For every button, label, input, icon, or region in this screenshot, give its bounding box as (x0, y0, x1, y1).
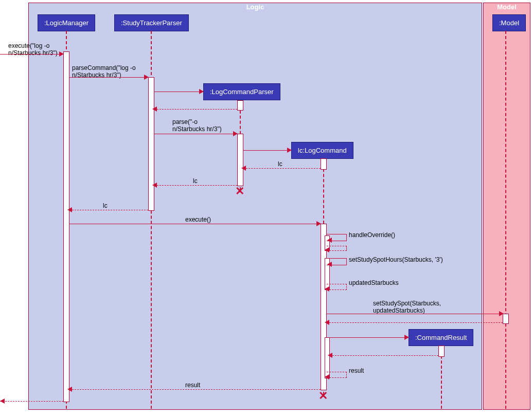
arrow-create-lcp (154, 92, 203, 92)
msg-updated-starbucks: updatedStarbucks (349, 279, 399, 286)
activation-lcp-2 (237, 134, 243, 186)
arrow-parse-command (69, 77, 148, 78)
activation-command-result (438, 346, 445, 357)
activation-study-tracker-parser (148, 77, 154, 211)
arrow-ret-lc1 (243, 168, 321, 169)
arrow-ret-model (327, 322, 503, 323)
arrow-ret-lcp (154, 109, 237, 110)
arrow-parse (154, 134, 237, 134)
msg-handle-override: handleOverride() (349, 231, 395, 239)
arrowhead (325, 374, 329, 379)
arrow-ret-lc2 (154, 185, 237, 186)
loop-handle-override-ret (327, 246, 347, 251)
msg-set-study-spot: setStudySpot(Starbucks, updatedStarbucks… (373, 300, 441, 314)
arrow-execute1 (0, 54, 63, 55)
arrowhead (199, 89, 204, 94)
participant-study-tracker-parser: :StudyTrackerParser (114, 14, 189, 31)
loop-result-ret (327, 372, 347, 378)
activation-lcp-1 (237, 100, 243, 111)
arrowhead (67, 207, 72, 212)
arrowhead (325, 286, 329, 292)
msg-result2: result (185, 382, 200, 389)
loop-updated-ret (327, 284, 347, 290)
participant-model: :Model (492, 14, 526, 31)
arrow-create-cr (330, 337, 408, 338)
arrowhead (404, 335, 409, 340)
arrow-ret-result2 (69, 389, 321, 390)
arrowhead (327, 262, 332, 267)
arrow-execute2 (69, 224, 321, 224)
arrowhead (233, 131, 238, 136)
model-frame-title: Model (497, 3, 517, 11)
msg-lc3: lc (103, 202, 108, 209)
arrow-ret-lc3 (69, 210, 148, 210)
arrow-create-lc (243, 150, 291, 151)
activation-logic-manager (63, 51, 69, 402)
arrow-ret-cr (330, 355, 438, 356)
arrow-set-study-spot (327, 314, 503, 314)
msg-parse: parse("-o n/Starbucks hr/3") (172, 118, 222, 133)
msg-parse-command: parseCommand("log -o n/Starbucks hr/3") (72, 64, 136, 79)
arrowhead (328, 353, 332, 358)
participant-log-command-parser: :LogCommandParser (203, 83, 280, 100)
arrowhead (287, 148, 292, 153)
destroy-lc: ✕ (318, 391, 328, 401)
arrowhead (144, 75, 149, 80)
arrowhead (241, 166, 246, 171)
sequence-diagram: Logic Model :LogicManager :StudyTrackerP… (0, 0, 532, 417)
destroy-lcp: ✕ (235, 186, 245, 196)
participant-log-command: lc:LogCommand (291, 142, 353, 159)
msg-result1: result (349, 367, 364, 374)
arrowhead (0, 398, 5, 404)
arrow-ret-external (0, 401, 63, 402)
msg-execute2: execute() (185, 216, 211, 223)
arrowhead (316, 221, 321, 226)
msg-set-hours: setStudySpotHours(Starbucks, '3') (349, 256, 443, 263)
lifeline-model (505, 31, 506, 409)
arrowhead (152, 183, 157, 188)
logic-frame: Logic (28, 3, 482, 410)
arrowhead (327, 238, 332, 243)
arrowhead (325, 320, 329, 325)
participant-command-result: :CommandResult (409, 329, 473, 346)
arrowhead (59, 51, 64, 57)
logic-frame-title: Logic (246, 3, 264, 11)
msg-lc2: lc (193, 177, 198, 185)
participant-logic-manager: :LogicManager (38, 14, 95, 31)
arrowhead (325, 247, 329, 252)
arrowhead (67, 387, 72, 392)
model-frame: Model (483, 3, 530, 410)
activation-lc-1 (321, 158, 327, 170)
msg-lc1: lc (278, 160, 282, 168)
arrowhead (499, 311, 504, 316)
arrowhead (152, 106, 157, 112)
